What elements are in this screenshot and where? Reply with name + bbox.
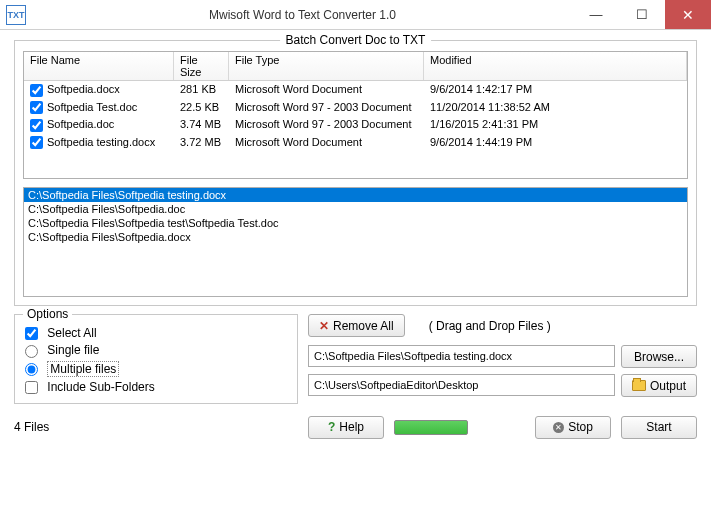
table-row[interactable]: Softpedia.docx281 KBMicrosoft Word Docum… <box>24 81 687 99</box>
file-count: 4 Files <box>14 420 298 434</box>
maximize-button[interactable]: ☐ <box>619 0 665 29</box>
include-subfolders-checkbox[interactable] <box>25 381 38 394</box>
statusbar: 4 Files ? Help ✕ Stop Start <box>0 410 711 445</box>
close-button[interactable]: ✕ <box>665 0 711 29</box>
select-all-checkbox[interactable] <box>25 327 38 340</box>
batch-convert-group: Batch Convert Doc to TXT File Name File … <box>14 40 697 306</box>
col-header-size[interactable]: File Size <box>174 52 229 80</box>
list-item[interactable]: C:\Softpedia Files\Softpedia.doc <box>24 202 687 216</box>
col-header-modified[interactable]: Modified <box>424 52 687 80</box>
start-button[interactable]: Start <box>621 416 697 439</box>
browse-button[interactable]: Browse... <box>621 345 697 368</box>
multiple-files-option[interactable]: Multiple files <box>25 362 119 376</box>
source-path-input[interactable] <box>308 345 615 367</box>
x-icon: ✕ <box>319 319 329 333</box>
include-subfolders-option[interactable]: Include Sub-Folders <box>25 380 155 394</box>
output-path-input[interactable] <box>308 374 615 396</box>
remove-all-button[interactable]: ✕ Remove All <box>308 314 405 337</box>
list-item[interactable]: C:\Softpedia Files\Softpedia.docx <box>24 230 687 244</box>
col-header-type[interactable]: File Type <box>229 52 424 80</box>
row-checkbox[interactable] <box>30 84 43 97</box>
drag-drop-hint: ( Drag and Drop Files ) <box>429 319 551 333</box>
table-row[interactable]: Softpedia Test.doc22.5 KBMicrosoft Word … <box>24 99 687 117</box>
list-item[interactable]: C:\Softpedia Files\Softpedia testing.doc… <box>24 188 687 202</box>
folder-icon <box>632 380 646 391</box>
options-title: Options <box>23 307 72 321</box>
progress-bar <box>394 420 468 435</box>
multiple-files-radio[interactable] <box>25 363 38 376</box>
table-row[interactable]: Softpedia testing.docx3.72 MBMicrosoft W… <box>24 134 687 152</box>
help-button[interactable]: ? Help <box>308 416 384 439</box>
col-header-name[interactable]: File Name <box>24 52 174 80</box>
row-checkbox[interactable] <box>30 119 43 132</box>
help-icon: ? <box>328 420 335 434</box>
file-table[interactable]: File Name File Size File Type Modified S… <box>23 51 688 179</box>
list-item[interactable]: C:\Softpedia Files\Softpedia test\Softpe… <box>24 216 687 230</box>
row-checkbox[interactable] <box>30 136 43 149</box>
single-file-option[interactable]: Single file <box>25 343 99 357</box>
row-checkbox[interactable] <box>30 101 43 114</box>
group-title: Batch Convert Doc to TXT <box>280 33 432 47</box>
select-all-option[interactable]: Select All <box>25 326 97 340</box>
options-group: Options Select All Single file Multiple … <box>14 314 298 404</box>
output-button[interactable]: Output <box>621 374 697 397</box>
titlebar: TXT Mwisoft Word to Text Converter 1.0 —… <box>0 0 711 30</box>
single-file-radio[interactable] <box>25 345 38 358</box>
stop-button[interactable]: ✕ Stop <box>535 416 611 439</box>
path-list[interactable]: C:\Softpedia Files\Softpedia testing.doc… <box>23 187 688 297</box>
table-row[interactable]: Softpedia.doc3.74 MBMicrosoft Word 97 - … <box>24 116 687 134</box>
minimize-button[interactable]: — <box>573 0 619 29</box>
stop-icon: ✕ <box>553 422 564 433</box>
app-icon: TXT <box>6 5 26 25</box>
window-title: Mwisoft Word to Text Converter 1.0 <box>32 8 573 22</box>
